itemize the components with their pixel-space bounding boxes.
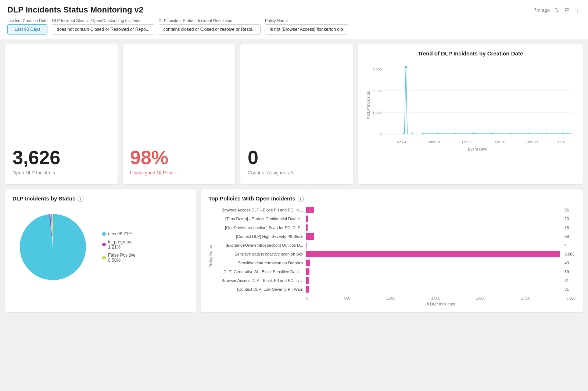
filter-group-3: Policy Nameis not [Browser Access] flonk…: [265, 18, 348, 35]
bar-chart-inner: Browser Access DLP - Block PII and PCI i…: [215, 207, 576, 306]
legend-new: new 98.21%: [102, 231, 136, 236]
svg-text:3,000: 3,000: [373, 67, 382, 71]
bar-row: Sensitive data retroactive scan on Box3,…: [215, 251, 576, 257]
svg-text:0: 0: [380, 132, 382, 136]
bar-fill: [306, 260, 310, 266]
pie-svg: [12, 207, 93, 287]
refresh-icon[interactable]: ↻: [555, 7, 560, 14]
kpi-assignees-label: Count of Assignees R...: [248, 170, 298, 175]
bottom-row: DLP Incidents by Status i: [5, 189, 583, 312]
pie-chart-card: DLP Incidents by Status i: [5, 189, 196, 312]
trend-chart-card: Trend of DLP Incidents by Creation Date …: [358, 44, 583, 184]
bar-value: 98: [564, 234, 576, 239]
kpi-assignees: 0 Count of Assignees R...: [240, 44, 353, 184]
filter-btn-3[interactable]: is not [Browser Access] flonkerton dlp: [265, 24, 348, 35]
x-tick: 0: [306, 296, 308, 300]
filter-btn-2[interactable]: contains closed or Closed or resolve or …: [159, 24, 261, 35]
filter-btn-0[interactable]: Last 90 Days: [7, 24, 47, 35]
bar-track: [306, 277, 560, 284]
legend-dot-in-progress: [102, 243, 106, 246]
bar-policy-label: [Titus Demo] - Protect Confidential Data…: [215, 217, 303, 221]
svg-point-18: [423, 133, 424, 134]
x-tick: 2,000: [476, 296, 485, 300]
bar-value: 3,086: [564, 252, 576, 256]
legend-dot-new: [102, 232, 106, 236]
bar-track: [306, 286, 560, 293]
filter-label-2: DLP Incident Status - Incident Resolutio…: [159, 18, 261, 23]
top-row: 3,626 Open DLP Incidents 98% Unassigned …: [5, 44, 583, 184]
x-tick: 1,500: [431, 296, 440, 300]
bar-policy-label: [Context DLP] High Severity PII Block: [215, 234, 303, 239]
kpi-open-value: 3,626: [12, 148, 60, 167]
pie-chart-title: DLP Incidents by Status i: [12, 195, 189, 202]
svg-text:Nov 4: Nov 4: [397, 140, 406, 144]
bar-track: [306, 260, 560, 266]
kpi-unassigned-value: 98%: [130, 148, 168, 167]
bar-policy-label: [OneDriveIntrospection] Scan for PCI DLP…: [215, 225, 303, 230]
bar-fill: [306, 207, 314, 213]
svg-text:1,000: 1,000: [373, 111, 382, 115]
svg-text:Event Date: Event Date: [468, 147, 488, 151]
bar-fill: [306, 268, 309, 275]
bar-fill: [306, 251, 560, 257]
bar-policy-label: Sensitive data retroscan on Dropbox: [215, 261, 303, 265]
bar-row: [Titus Demo] - Protect Confidential Data…: [215, 216, 576, 222]
bar-track: [306, 268, 560, 275]
legend-in-progress: in_progress1.21%: [102, 239, 136, 250]
bar-track: [306, 251, 560, 257]
svg-point-21: [473, 133, 475, 134]
page-title: DLP Incidents Status Monitoring v2: [7, 5, 143, 15]
kpi-assignees-value: 0: [248, 148, 258, 167]
bar-row: Browser Access DLP - Block PII and PCI i…: [215, 207, 576, 213]
filter-icon[interactable]: ⊟: [565, 7, 570, 14]
bar-fill: [306, 224, 308, 231]
bar-value: 16: [564, 225, 576, 230]
bar-track: [306, 224, 560, 231]
bar-fill: [306, 286, 309, 293]
bar-policy-label: Browser Access DLP - Block PII and PCI i…: [215, 278, 303, 283]
bar-value: 20: [564, 217, 576, 221]
kpi-open-label: Open DLP Incidents: [12, 170, 55, 175]
svg-point-17: [412, 133, 413, 134]
filter-label-1: DLP Incident Status - Open/Outstanding I…: [52, 18, 154, 23]
filter-btn-1[interactable]: does not contain Closed or Resolved or R…: [52, 24, 154, 35]
svg-point-19: [437, 133, 438, 134]
svg-point-26: [562, 133, 564, 134]
more-icon[interactable]: ⋮: [575, 7, 581, 14]
bar-row: Sensitive data retroscan on Dropbox49: [215, 260, 576, 266]
filter-group-0: Incident Creation DateLast 90 Days: [7, 18, 47, 35]
bar-info-icon[interactable]: i: [298, 196, 304, 202]
svg-text:Dec 30: Dec 30: [526, 140, 538, 144]
filter-group-1: DLP Incident Status - Open/Outstanding I…: [52, 18, 154, 35]
x-tick: 1,000: [386, 296, 395, 300]
svg-point-25: [546, 133, 547, 134]
svg-text:Dec 16: Dec 16: [494, 140, 505, 144]
svg-text:Dec 2: Dec 2: [462, 140, 472, 144]
bar-track: [306, 233, 560, 240]
bar-track: [306, 242, 560, 249]
bar-value: 39: [564, 269, 576, 274]
kpi-unassigned-label: Unassigned DLP Inci...: [130, 170, 179, 175]
svg-point-23: [510, 133, 511, 134]
bar-policy-label: Browser Access DLP - Block PII and PCI i…: [215, 208, 303, 212]
bar-policy-label: [DLP] Generative AI - Block Sensitive Da…: [215, 269, 303, 274]
svg-text:Jan 13: Jan 13: [556, 140, 567, 144]
filters-row: Incident Creation DateLast 90 DaysDLP In…: [7, 18, 581, 39]
trend-chart-svg: 3,000 2,000 1,000 0 # DLP Incidents Nov …: [365, 61, 576, 167]
bar-value: 49: [564, 261, 576, 265]
bar-track: [306, 216, 560, 222]
svg-text:2,000: 2,000: [373, 89, 382, 93]
bar-track: [306, 207, 560, 213]
bar-chart-title: Top Policies With Open Incidents i: [208, 195, 576, 202]
pie-info-icon[interactable]: i: [78, 196, 83, 202]
kpi-unassigned: 98% Unassigned DLP Inci...: [123, 44, 235, 184]
x-tick: 2,500: [521, 296, 530, 300]
bar-row: [Context DLP] High Severity PII Block98: [215, 233, 576, 240]
pie-container: new 98.21% in_progress1.21% False Positi…: [12, 207, 189, 287]
bar-policy-label: [ExchangeOnlineIntrospection] Outlook D.…: [215, 243, 303, 247]
bar-value: 4: [564, 243, 576, 247]
bar-fill: [306, 242, 306, 249]
bar-policy-label: Sensitive data retroactive scan on Box: [215, 252, 303, 256]
bar-row: [ExchangeOnlineIntrospection] Outlook D.…: [215, 242, 576, 249]
legend-false-positive: False Positive0.58%: [102, 253, 136, 263]
